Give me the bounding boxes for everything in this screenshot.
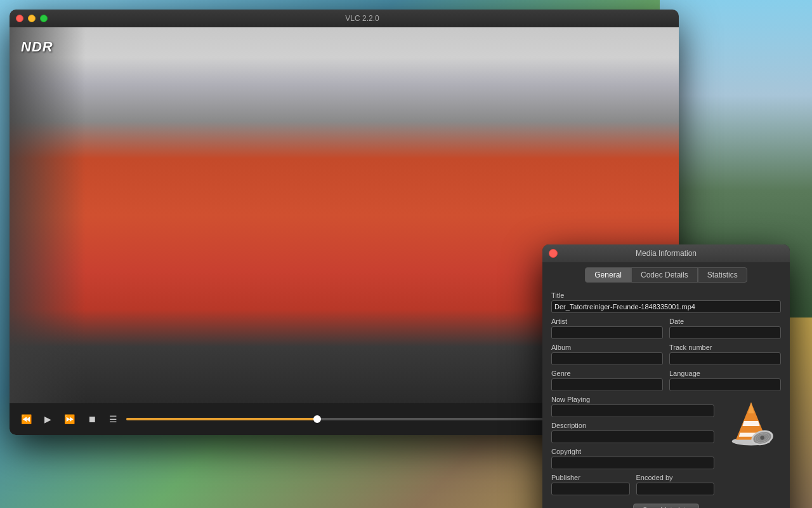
copyright-row: Copyright (551, 448, 714, 469)
encoded-by-label: Encoded by (636, 474, 715, 481)
language-label: Language (669, 370, 781, 377)
rewind-button[interactable]: ⏪ (17, 411, 36, 427)
fast-forward-button[interactable]: ⏩ (60, 411, 79, 427)
dialog-tabs: General Codec Details Statistics (542, 262, 790, 286)
vlc-titlebar: VLC 2.2.0 (10, 10, 679, 27)
tab-general[interactable]: General (585, 267, 631, 283)
artist-input[interactable] (551, 326, 663, 339)
play-button[interactable]: ▶ (41, 411, 55, 427)
progress-fill (126, 418, 317, 420)
vlc-logo-area (721, 398, 781, 449)
album-group: Album (551, 344, 663, 365)
genre-language-row: Genre Language (551, 370, 781, 391)
stop-button[interactable]: ⏹ (84, 411, 100, 427)
now-playing-row: Now Playing (551, 396, 714, 417)
description-input[interactable] (551, 431, 714, 443)
publisher-encoded-row: Publisher Encoded by (551, 474, 714, 495)
date-group: Date (669, 318, 781, 339)
svg-marker-2 (742, 421, 759, 426)
copyright-label: Copyright (551, 448, 714, 455)
description-row: Description (551, 422, 714, 443)
language-input[interactable] (669, 378, 781, 391)
album-input[interactable] (551, 352, 663, 365)
track-number-label: Track number (669, 344, 781, 351)
dialog-title: Media Information (558, 249, 775, 258)
dialog-body: Title Artist Date Album Track number (542, 286, 790, 508)
genre-group: Genre (551, 370, 663, 391)
now-playing-input[interactable] (551, 404, 714, 417)
vlc-logo (726, 398, 776, 449)
encoded-by-input[interactable] (636, 483, 715, 495)
window-title: VLC 2.2.0 (52, 14, 672, 23)
genre-label: Genre (551, 370, 663, 377)
album-track-row: Album Track number (551, 344, 781, 365)
title-row: Title (551, 291, 781, 313)
minimize-button[interactable] (28, 15, 36, 22)
title-input[interactable] (551, 300, 781, 313)
media-info-dialog: Media Information General Codec Details … (542, 244, 790, 508)
save-metadata-button[interactable]: Save Metadata (633, 504, 699, 508)
artist-date-row: Artist Date (551, 318, 781, 339)
language-group: Language (669, 370, 781, 391)
genre-input[interactable] (551, 378, 663, 391)
copyright-input[interactable] (551, 457, 714, 469)
artist-group: Artist (551, 318, 663, 339)
publisher-group: Publisher (551, 474, 630, 495)
artist-label: Artist (551, 318, 663, 325)
video-overlay-left (10, 27, 86, 403)
date-label: Date (669, 318, 781, 325)
publisher-input[interactable] (551, 483, 630, 495)
now-playing-label: Now Playing (551, 396, 714, 403)
playlist-button[interactable]: ☰ (105, 411, 121, 427)
publisher-label: Publisher (551, 474, 630, 481)
tab-codec-details[interactable]: Codec Details (631, 267, 698, 283)
bottom-section: Now Playing Description Copyright Publis… (551, 396, 781, 500)
ndr-logo: NDR (21, 39, 53, 55)
encoded-by-group: Encoded by (636, 474, 715, 495)
maximize-button[interactable] (40, 15, 48, 22)
close-button[interactable] (16, 15, 23, 22)
album-label: Album (551, 344, 663, 351)
track-number-input[interactable] (669, 352, 781, 365)
title-label: Title (551, 291, 781, 299)
date-input[interactable] (669, 326, 781, 339)
description-label: Description (551, 422, 714, 429)
tab-statistics[interactable]: Statistics (698, 267, 747, 283)
dialog-close-button[interactable] (549, 249, 558, 258)
left-fields: Now Playing Description Copyright Publis… (551, 396, 714, 500)
progress-knob[interactable] (313, 415, 321, 423)
track-number-group: Track number (669, 344, 781, 365)
dialog-titlebar: Media Information (542, 244, 790, 262)
